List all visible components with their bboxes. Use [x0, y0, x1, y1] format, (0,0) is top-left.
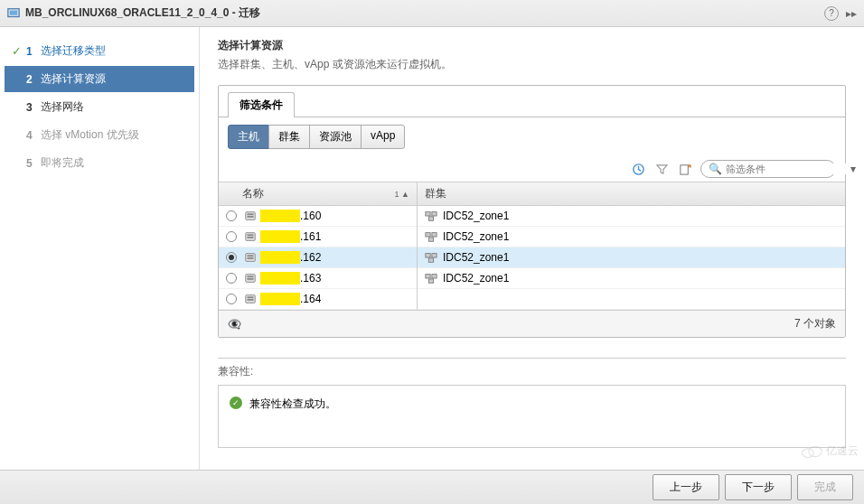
wizard-steps: ✓ 1 选择迁移类型 ✓ 2 选择计算资源 ✓ 3 选择网络 ✓ 4 选择 vM… [0, 27, 199, 470]
table-row[interactable]: .164 [219, 289, 417, 310]
compat-box: ✓ 兼容性检查成功。 [218, 385, 846, 448]
clock-icon[interactable] [630, 161, 646, 177]
svg-rect-14 [248, 275, 254, 277]
step-2[interactable]: ✓ 2 选择计算资源 [5, 66, 194, 92]
svg-rect-3 [680, 164, 687, 173]
svg-rect-26 [432, 254, 437, 257]
titlebar: MB_ORCLINUX68_ORACLE11_2_0_4_0 - 迁移 ? ▸▸ [0, 0, 864, 27]
success-icon: ✓ [230, 397, 242, 409]
dropdown-icon[interactable]: ▾ [850, 163, 856, 175]
table-row[interactable]: IDC52_zone1 [418, 247, 845, 268]
svg-rect-20 [432, 212, 437, 216]
grid-toolbar: 🔍 ▾ [219, 156, 845, 182]
section-desc: 选择群集、主机、vApp 或资源池来运行虚拟机。 [218, 57, 846, 72]
col-name[interactable]: 名称 1 ▲ [219, 182, 417, 206]
table-row[interactable]: IDC52_zone1 [418, 206, 845, 227]
host-redacted [260, 251, 300, 264]
search-input[interactable] [726, 163, 850, 174]
host-redacted [260, 293, 300, 305]
object-count: 7 个对象 [794, 316, 836, 331]
cluster-name: IDC52_zone1 [443, 210, 509, 222]
table-row[interactable]: .163 [219, 268, 417, 289]
finish-button: 完成 [797, 474, 853, 500]
table-row[interactable]: .161 [219, 227, 417, 247]
host-redacted [260, 230, 300, 243]
svg-rect-21 [428, 217, 433, 220]
radio[interactable] [226, 231, 237, 242]
host-redacted [260, 272, 300, 285]
check-icon: ✓ [12, 44, 26, 58]
svg-rect-25 [426, 254, 430, 257]
step-4: ✓ 4 选择 vMotion 优先级 [5, 122, 194, 148]
table-row[interactable]: IDC52_zone1 [418, 227, 845, 247]
svg-rect-5 [248, 213, 254, 215]
host-grid: 名称 1 ▲ .160 .161 .162 .163 .164 群集 IDC52… [219, 182, 845, 310]
svg-rect-15 [248, 278, 254, 280]
svg-rect-23 [432, 233, 437, 237]
help-icon[interactable]: ? [824, 6, 839, 21]
svg-point-32 [809, 446, 822, 456]
host-suffix: .161 [300, 230, 321, 243]
svg-rect-17 [248, 296, 254, 298]
svg-rect-9 [248, 237, 254, 238]
svg-rect-22 [426, 233, 430, 237]
svg-rect-29 [432, 275, 437, 278]
watermark: 亿速云 [801, 443, 859, 459]
host-redacted [260, 210, 300, 222]
step-3[interactable]: ✓ 3 选择网络 [5, 94, 194, 120]
table-row[interactable]: .162 [219, 247, 417, 268]
compat-message: 兼容性检查成功。 [249, 397, 336, 412]
search-box[interactable]: 🔍 ▾ [700, 160, 836, 178]
svg-rect-12 [248, 257, 254, 259]
radio[interactable] [226, 252, 237, 263]
radio[interactable] [226, 294, 237, 304]
cluster-name: IDC52_zone1 [443, 272, 509, 285]
svg-rect-30 [428, 279, 433, 283]
svg-rect-28 [426, 275, 430, 278]
svg-rect-6 [248, 216, 254, 218]
table-row[interactable]: IDC52_zone1 [418, 268, 845, 289]
vm-icon [7, 7, 20, 20]
grid-footer: 👁‍🗨 7 个对象 [219, 310, 845, 337]
table-row[interactable] [418, 289, 845, 310]
search-icon: 🔍 [709, 163, 722, 175]
svg-rect-11 [248, 255, 254, 257]
filter-tab[interactable]: 筛选条件 [228, 92, 295, 117]
host-suffix: .163 [300, 272, 321, 285]
compat-label: 兼容性: [218, 364, 846, 379]
svg-rect-1 [10, 10, 18, 14]
window-title: MB_ORCLINUX68_ORACLE11_2_0_4_0 - 迁移 [25, 5, 824, 21]
tab-host[interactable]: 主机 [228, 125, 269, 149]
wizard-footer: 上一步 下一步 完成 [0, 470, 864, 504]
col-cluster[interactable]: 群集 [418, 182, 845, 206]
tab-resourcepool[interactable]: 资源池 [309, 125, 362, 149]
radio[interactable] [226, 273, 237, 284]
host-suffix: .164 [300, 293, 321, 305]
step-5: ✓ 5 即将完成 [5, 150, 194, 176]
tab-vapp[interactable]: vApp [361, 125, 405, 149]
svg-rect-19 [426, 212, 430, 216]
expand-icon[interactable]: ▸▸ [846, 7, 857, 20]
svg-rect-24 [428, 238, 433, 241]
find-icon[interactable]: 👁‍🗨 [228, 318, 241, 331]
export-icon[interactable] [677, 161, 693, 177]
cluster-name: IDC52_zone1 [443, 230, 509, 243]
resource-type-tabs: 主机 群集 资源池 vApp [219, 117, 845, 156]
section-title: 选择计算资源 [218, 38, 846, 53]
step-1[interactable]: ✓ 1 选择迁移类型 [5, 38, 194, 64]
host-suffix: .160 [300, 210, 321, 222]
sort-indicator: 1 ▲ [395, 190, 409, 199]
svg-rect-8 [248, 234, 254, 236]
filter-icon[interactable] [653, 161, 670, 177]
table-row[interactable]: .160 [219, 206, 417, 227]
tab-cluster[interactable]: 群集 [268, 125, 310, 149]
cluster-name: IDC52_zone1 [443, 251, 509, 264]
host-suffix: .162 [300, 251, 321, 264]
filter-panel: 筛选条件 主机 群集 资源池 vApp 🔍 ▾ [218, 85, 846, 338]
radio[interactable] [226, 210, 237, 221]
svg-rect-18 [248, 299, 254, 301]
next-button[interactable]: 下一步 [725, 474, 792, 500]
svg-rect-27 [428, 258, 433, 262]
back-button[interactable]: 上一步 [653, 474, 719, 500]
